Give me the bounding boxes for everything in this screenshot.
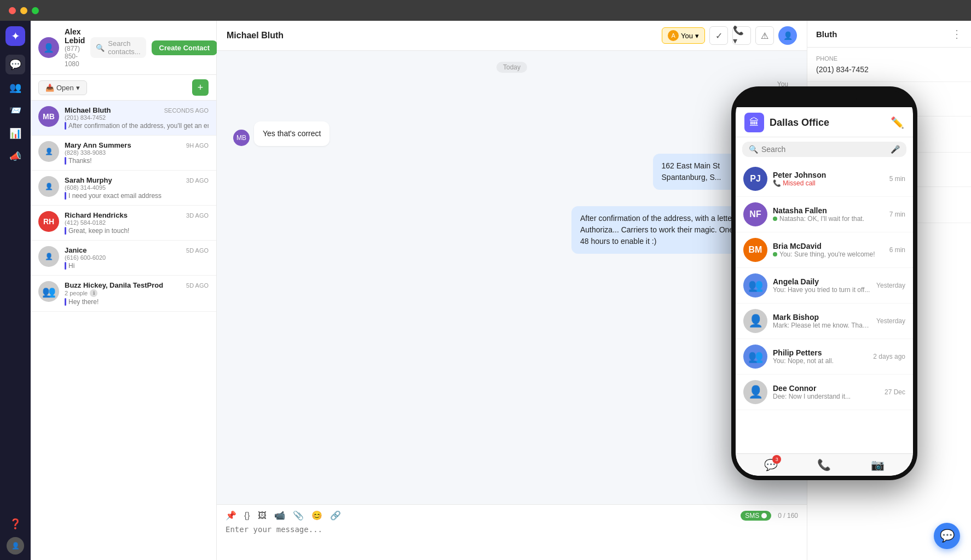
phone-overlay: 🏛 Dallas Office ✏️ 🔍 🎤 PJ Peter Johnson [731, 86, 917, 480]
conv-time: 5D AGO [186, 247, 209, 254]
contact-sub: You: Have you tried to turn it off... [773, 286, 871, 294]
avatar: RH [38, 211, 59, 232]
phone: (616) 600-6020 [65, 254, 209, 261]
phone-list-item[interactable]: NF Natasha Fallen Natasha: OK, I'll wait… [736, 197, 913, 232]
conversation-item[interactable]: RH Richard Hendricks 3D AGO (412) 584-01… [31, 206, 216, 241]
more-options-icon[interactable]: ⋮ [951, 27, 962, 40]
conv-preview: Thanks! [65, 157, 209, 165]
add-conversation-button[interactable]: + [192, 79, 209, 96]
phone-contact-list: PJ Peter Johnson 📞 Missed call 5 min NF [736, 161, 913, 453]
nav-icon-megaphone[interactable]: 📣 [5, 147, 25, 166]
avatar: 👥 [743, 273, 767, 298]
contact-sub: You: Sure thing, you're welcome! [773, 250, 884, 258]
search-contacts-input[interactable]: 🔍 Search contacts... [90, 37, 146, 58]
contact-name: Angela Daily [773, 277, 871, 286]
maximize-button[interactable] [32, 7, 39, 14]
phone-chat-icon[interactable]: 💬 3 [764, 458, 778, 471]
contact-name: Mark Bishop [773, 313, 871, 322]
nav-icon-team[interactable]: 👥 [5, 78, 25, 97]
resolve-button[interactable]: ✓ [709, 26, 728, 45]
phone: (608) 314-4095 [65, 184, 209, 191]
search-icon: 🔍 [749, 145, 758, 154]
conversation-list: MB Michael Bluth SECONDS AGO (201) 834-7… [31, 101, 216, 560]
phone-search-input[interactable] [761, 145, 887, 154]
conv-preview: Hey there! [65, 298, 209, 306]
avatar: MB [38, 106, 59, 127]
mic-icon[interactable]: 🎤 [891, 145, 900, 154]
agent-name: Alex Lebid [65, 27, 85, 45]
alert-button[interactable]: ⚠ [755, 26, 774, 45]
chat-widget-button[interactable]: 💬 [934, 523, 960, 549]
conversations-toolbar: 📥 Open ▾ + [31, 75, 216, 101]
phone-screen: 🏛 Dallas Office ✏️ 🔍 🎤 PJ Peter Johnson [736, 107, 913, 476]
conversation-item[interactable]: 👥 Buzz Hickey, Danila TestProd 5D AGO 2 … [31, 276, 216, 312]
conv-time: SECONDS AGO [164, 107, 209, 114]
conversation-item[interactable]: 👤 Janice 5D AGO (616) 600-6020 Hi [31, 241, 216, 276]
contact-name: Janice [65, 246, 86, 254]
contact-name: Bria McDavid [773, 242, 884, 250]
phone-camera-icon[interactable]: 📷 [871, 458, 885, 471]
create-contact-button[interactable]: Create Contact [152, 40, 217, 55]
conversation-item[interactable]: 👤 Mary Ann Summers 9H AGO (828) 338-9083… [31, 136, 216, 171]
phone-list-item[interactable]: 👥 Philip Petters You: Nope, not at all. … [736, 339, 913, 375]
toolbar-image-icon[interactable]: 🖼 [258, 511, 267, 521]
right-panel-section-phone: Phone (201) 834-7452 [807, 48, 971, 82]
conv-preview: Great, keep in touch! [65, 227, 209, 235]
app-logo: ✦ [5, 26, 25, 46]
message-row: MB Yes that's correct [233, 121, 790, 146]
sms-toggle-area: SMS 0 / 160 [741, 511, 798, 521]
phone-app-icon: 🏛 [744, 113, 764, 132]
phone-list-item[interactable]: PJ Peter Johnson 📞 Missed call 5 min [736, 161, 913, 197]
contact-name: Mary Ann Summers [65, 141, 131, 149]
nav-icon-chat[interactable]: 💬 [5, 55, 25, 74]
char-count: 0 / 160 [778, 512, 798, 520]
titlebar [0, 0, 971, 21]
phone-app-header: 🏛 Dallas Office ✏️ [736, 107, 913, 137]
call-button[interactable]: 📞 ▾ [732, 26, 751, 45]
conversation-item[interactable]: MB Michael Bluth SECONDS AGO (201) 834-7… [31, 101, 216, 136]
more-button[interactable]: 👤 [778, 26, 797, 45]
assignee-label: You [681, 32, 693, 40]
toolbar-emoji-icon[interactable]: 😊 [311, 510, 322, 521]
conv-time: 3D AGO [186, 212, 209, 219]
conv-preview: I need your exact email address [65, 192, 209, 200]
toolbar-attach-icon[interactable]: 📎 [293, 510, 304, 521]
nav-icon-help[interactable]: ❓ [5, 514, 25, 534]
toolbar-code-icon[interactable]: {} [244, 511, 250, 521]
conv-time: 5D AGO [186, 282, 209, 289]
contact-sub: Mark: Please let me know. Thanks [773, 322, 871, 329]
phone-edit-icon[interactable]: ✏️ [891, 116, 904, 129]
open-filter-button[interactable]: 📥 Open ▾ [38, 80, 87, 95]
contact-sub: Natasha: OK, I'll wait for that. [773, 215, 884, 223]
contact-name: Philip Petters [773, 348, 868, 357]
date-divider: Today [496, 62, 527, 73]
right-panel-title: Bluth [816, 30, 837, 39]
phone-list-item[interactable]: BM Bria McDavid You: Sure thing, you're … [736, 232, 913, 268]
nav-icon-send[interactable]: 📨 [5, 101, 25, 120]
nav-icon-avatar[interactable]: 👤 [7, 537, 24, 555]
close-button[interactable] [9, 7, 16, 14]
agent-header: 👤 Alex Lebid (877) 850-1080 🔍 Search con… [31, 21, 216, 75]
input-toolbar: 📌 {} 🖼 📹 📎 😊 🔗 SMS 0 / 160 [226, 510, 798, 521]
phone: (412) 584-0182 [65, 219, 209, 226]
toolbar-link-icon[interactable]: 🔗 [330, 510, 341, 521]
toolbar-pin-icon[interactable]: 📌 [226, 510, 236, 521]
contact-name: Sarah Murphy [65, 176, 112, 184]
phone-list-item[interactable]: 👤 Mark Bishop Mark: Please let me know. … [736, 304, 913, 339]
phone: (828) 338-9083 [65, 149, 209, 156]
phone-list-item[interactable]: 👥 Angela Daily You: Have you tried to tu… [736, 268, 913, 304]
minimize-button[interactable] [20, 7, 27, 14]
chat-badge: 3 [772, 455, 781, 464]
assignee-button[interactable]: A You ▾ [662, 27, 705, 44]
phone-search[interactable]: 🔍 🎤 [742, 142, 906, 157]
conversation-item[interactable]: 👤 Sarah Murphy 3D AGO (608) 314-4095 I n… [31, 171, 216, 206]
phone-list-item[interactable]: 👤 Dee Connor Dee: Now I understand it...… [736, 375, 913, 410]
toolbar-video-icon[interactable]: 📹 [274, 510, 285, 521]
phone-dial-icon[interactable]: 📞 [817, 458, 831, 471]
message-input[interactable] [226, 525, 798, 552]
chat-header-actions: A You ▾ ✓ 📞 ▾ ⚠ 👤 [662, 26, 797, 45]
contact-time: 5 min [889, 175, 905, 183]
nav-icon-table[interactable]: 📊 [5, 124, 25, 143]
sms-badge[interactable]: SMS [741, 511, 771, 521]
sms-toggle[interactable] [761, 513, 767, 518]
